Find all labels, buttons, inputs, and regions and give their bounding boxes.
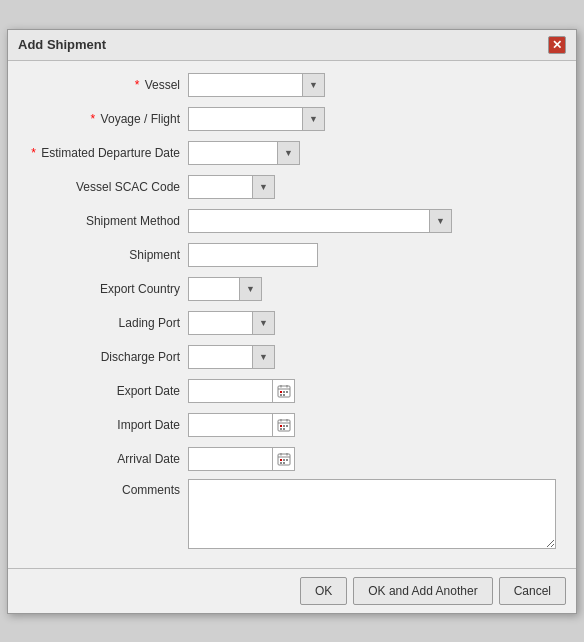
svg-rect-14 <box>283 425 285 427</box>
svg-rect-8 <box>283 394 285 396</box>
voyage-input[interactable] <box>188 107 303 131</box>
voyage-field <box>188 107 556 131</box>
lading-port-input[interactable] <box>188 311 253 335</box>
comments-field <box>188 479 556 552</box>
import-date-calendar-btn[interactable] <box>273 413 295 437</box>
shipmethod-label: Shipment Method <box>18 214 188 228</box>
export-date-input[interactable] <box>188 379 273 403</box>
comments-label: Comments <box>18 479 188 497</box>
vessel-dropdown-btn[interactable] <box>303 73 325 97</box>
shipment-row: Shipment <box>18 241 556 269</box>
svg-rect-4 <box>280 391 282 393</box>
shipmethod-field <box>188 209 556 233</box>
voyage-required-star: * <box>91 112 96 126</box>
import-date-label: Import Date <box>18 418 188 432</box>
arrival-date-label: Arrival Date <box>18 452 188 466</box>
lading-port-row: Lading Port <box>18 309 556 337</box>
discharge-port-input[interactable] <box>188 345 253 369</box>
voyage-label: * Voyage / Flight <box>18 112 188 126</box>
scac-label: Vessel SCAC Code <box>18 180 188 194</box>
svg-rect-23 <box>283 459 285 461</box>
svg-rect-13 <box>280 425 282 427</box>
comments-row: Comments <box>18 479 556 552</box>
export-date-calendar-btn[interactable] <box>273 379 295 403</box>
ok-add-another-button[interactable]: OK and Add Another <box>353 577 492 605</box>
scac-input[interactable] <box>188 175 253 199</box>
vessel-label: * Vessel <box>18 78 188 92</box>
arrival-date-input[interactable] <box>188 447 273 471</box>
scac-row: Vessel SCAC Code <box>18 173 556 201</box>
vessel-input[interactable] <box>188 73 303 97</box>
svg-rect-16 <box>280 428 282 430</box>
dialog-body: * Vessel * Voyage / Flight * Estimat <box>8 61 576 568</box>
scac-dropdown-btn[interactable] <box>253 175 275 199</box>
departure-field <box>188 141 556 165</box>
comments-textarea[interactable] <box>188 479 556 549</box>
svg-rect-5 <box>283 391 285 393</box>
shipmethod-input[interactable] <box>188 209 430 233</box>
close-button[interactable]: ✕ <box>548 36 566 54</box>
dialog-title-bar: Add Shipment ✕ <box>8 30 576 61</box>
shipmethod-row: Shipment Method <box>18 207 556 235</box>
svg-rect-6 <box>286 391 288 393</box>
export-date-label: Export Date <box>18 384 188 398</box>
discharge-port-label: Discharge Port <box>18 350 188 364</box>
vessel-required-star: * <box>135 78 140 92</box>
export-country-field <box>188 277 556 301</box>
arrival-date-field <box>188 447 556 471</box>
export-country-dropdown-btn[interactable] <box>240 277 262 301</box>
dialog-footer: OK OK and Add Another Cancel <box>8 568 576 613</box>
export-date-field <box>188 379 556 403</box>
lading-port-label: Lading Port <box>18 316 188 330</box>
svg-rect-25 <box>280 462 282 464</box>
import-date-field <box>188 413 556 437</box>
svg-rect-17 <box>283 428 285 430</box>
export-country-row: Export Country <box>18 275 556 303</box>
calendar-icon <box>277 452 291 466</box>
svg-rect-22 <box>280 459 282 461</box>
add-shipment-dialog: Add Shipment ✕ * Vessel * Voyage / Fligh… <box>7 29 577 614</box>
export-date-row: Export Date <box>18 377 556 405</box>
shipmethod-dropdown-btn[interactable] <box>430 209 452 233</box>
svg-rect-24 <box>286 459 288 461</box>
calendar-icon <box>277 418 291 432</box>
shipment-label: Shipment <box>18 248 188 262</box>
departure-row: * Estimated Departure Date <box>18 139 556 167</box>
discharge-port-row: Discharge Port <box>18 343 556 371</box>
voyage-row: * Voyage / Flight <box>18 105 556 133</box>
dialog-title: Add Shipment <box>18 37 106 52</box>
import-date-row: Import Date <box>18 411 556 439</box>
departure-dropdown-btn[interactable] <box>278 141 300 165</box>
shipment-field <box>188 243 556 267</box>
export-country-label: Export Country <box>18 282 188 296</box>
discharge-port-dropdown-btn[interactable] <box>253 345 275 369</box>
arrival-date-row: Arrival Date <box>18 445 556 473</box>
departure-required-star: * <box>31 146 36 160</box>
discharge-port-field <box>188 345 556 369</box>
svg-rect-7 <box>280 394 282 396</box>
ok-button[interactable]: OK <box>300 577 347 605</box>
voyage-dropdown-btn[interactable] <box>303 107 325 131</box>
vessel-row: * Vessel <box>18 71 556 99</box>
shipment-input[interactable] <box>188 243 318 267</box>
export-country-input[interactable] <box>188 277 240 301</box>
import-date-input[interactable] <box>188 413 273 437</box>
departure-input[interactable] <box>188 141 278 165</box>
vessel-field <box>188 73 556 97</box>
departure-label: * Estimated Departure Date <box>18 146 188 160</box>
calendar-icon <box>277 384 291 398</box>
arrival-date-calendar-btn[interactable] <box>273 447 295 471</box>
scac-field <box>188 175 556 199</box>
lading-port-dropdown-btn[interactable] <box>253 311 275 335</box>
lading-port-field <box>188 311 556 335</box>
cancel-button[interactable]: Cancel <box>499 577 566 605</box>
svg-rect-26 <box>283 462 285 464</box>
svg-rect-15 <box>286 425 288 427</box>
